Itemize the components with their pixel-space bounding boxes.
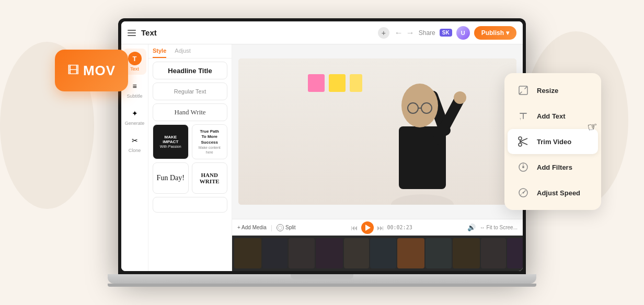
generate-label: Generate [125, 121, 145, 126]
add-button[interactable]: + [378, 27, 389, 39]
filters-label: Add Filters [537, 163, 572, 171]
trim-icon [516, 134, 531, 149]
context-add-filters[interactable]: Add Filters [508, 155, 598, 180]
svg-point-7 [454, 91, 466, 104]
context-add-text[interactable]: T Add Text [508, 103, 598, 128]
timeline-thumb-5 [344, 238, 369, 268]
laptop-notch [291, 274, 353, 279]
truepath-line1: True Path [200, 129, 219, 134]
timeline-thumb-8 [426, 238, 452, 268]
page-title: Text [141, 28, 373, 37]
laptop-foot [108, 284, 536, 287]
back-arrow[interactable]: ← [395, 28, 403, 38]
next-skip-button[interactable]: ⏭ [377, 224, 384, 232]
truepath-line2: To More Success [196, 134, 224, 145]
screen-inner: Text + ← → Share SK U Publish ▾ [121, 21, 523, 271]
trim-label: Trim Video [537, 138, 571, 146]
filters-icon [516, 160, 531, 174]
panel-tabs: Style Adjust [148, 44, 232, 58]
publish-dropdown-arrow: ▾ [506, 29, 509, 37]
context-resize[interactable]: Resize [508, 78, 598, 103]
svg-point-16 [522, 166, 524, 168]
play-controls: ⏮ ⏭ 00:02:23 [300, 221, 463, 234]
impact-line2: With Passion [160, 145, 181, 149]
play-button[interactable] [361, 221, 374, 234]
forward-arrow[interactable]: → [406, 28, 415, 38]
laptop-base [108, 274, 536, 284]
timeline-thumb-2 [262, 238, 288, 268]
tab-adjust[interactable]: Adjust [175, 48, 191, 58]
sticky-note-yellow [329, 74, 346, 92]
canvas-area: + Add Media | ◯ Split ⏮ ⏭ 00:02: [232, 44, 523, 271]
share-label[interactable]: Share [419, 29, 435, 37]
timeline-thumb-3 [289, 238, 315, 268]
timeline-thumb-6 [370, 238, 396, 268]
playback-bar: + Add Media | ◯ Split ⏮ ⏭ 00:02: [232, 219, 523, 236]
prev-skip-button[interactable]: ⏮ [351, 224, 358, 232]
resize-label: Resize [537, 87, 558, 95]
speed-icon [516, 185, 531, 200]
context-trim-video[interactable]: Trim Video [508, 129, 598, 154]
add-media-button[interactable]: + Add Media [237, 225, 267, 230]
generate-icon: ✦ [129, 107, 141, 120]
video-preview [238, 58, 516, 205]
truepath-line3: Make content here [196, 145, 224, 155]
funday-option[interactable]: Fun Day! [153, 162, 189, 194]
timeline[interactable] [232, 236, 523, 271]
cursor-hand-icon: ☞ [586, 119, 599, 134]
publish-button[interactable]: Publish ▾ [474, 26, 516, 40]
truepath-option[interactable]: True Path To More Success Make content h… [192, 124, 228, 159]
blank-option [153, 197, 227, 213]
handwrite2-option[interactable]: HAND WRITE [192, 162, 228, 194]
impact-option[interactable]: MAKE IMPACT With Passion [153, 124, 189, 159]
sticky-notes [308, 74, 362, 92]
svg-point-11 [519, 143, 522, 146]
clone-label: Clone [129, 148, 141, 153]
text-label: Text [130, 66, 139, 72]
video-frame [232, 44, 523, 219]
fit-screen-button[interactable]: ↔ Fit to Scree... [480, 225, 518, 230]
sticky-note-yellow2 [350, 74, 362, 92]
sidebar-item-generate[interactable]: ✦ Generate [123, 104, 146, 129]
tab-style[interactable]: Style [153, 48, 166, 58]
mov-label: MOV [83, 63, 116, 79]
impact-line1: MAKE IMPACT [156, 135, 185, 145]
top-bar: Text + ← → Share SK U Publish ▾ [121, 21, 523, 44]
timeline-thumb-9 [453, 238, 480, 268]
context-adjust-speed[interactable]: Adjust Speed [508, 180, 598, 205]
svg-point-10 [519, 137, 522, 140]
laptop: Text + ← → Share SK U Publish ▾ [118, 18, 526, 287]
svg-point-0 [391, 194, 454, 205]
time-display: 00:02:23 [387, 225, 412, 230]
avatar-image: U [456, 26, 470, 40]
timeline-thumb-10 [481, 238, 506, 268]
subtitle-label: Subtitle [126, 93, 142, 99]
handwrite-option[interactable]: Hand Write [153, 103, 227, 121]
person-figure [370, 58, 475, 205]
context-menu: Resize T Add Text Trim Video [504, 73, 601, 210]
nav-arrows: ← → [395, 28, 415, 38]
timeline-thumb-1 [234, 238, 261, 268]
resize-icon [516, 83, 531, 98]
split-button[interactable]: ◯ Split [277, 224, 295, 231]
text-options-row2: Fun Day! HAND WRITE [153, 162, 227, 194]
sticky-note-pink [308, 74, 325, 92]
sk-badge: SK [440, 29, 452, 37]
regular-option[interactable]: Regular Text [153, 83, 227, 100]
hamburger-menu[interactable] [128, 30, 136, 36]
subtitle-icon: ≡ [129, 80, 141, 92]
text-options-row1: MAKE IMPACT With Passion True Path To Mo… [153, 124, 227, 159]
headline-option[interactable]: Headline Title [153, 62, 227, 79]
text-icon-circle: T [128, 52, 142, 65]
top-bar-right: ← → Share SK U Publish ▾ [395, 26, 516, 40]
add-text-icon: T [516, 109, 531, 123]
avatar: U [456, 26, 470, 40]
speed-label: Adjust Speed [537, 189, 580, 197]
film-icon: 🎞 [67, 64, 79, 77]
main-area: T Text ≡ Subtitle ✦ Generate ✂ Clone [121, 44, 523, 271]
clone-icon: ✂ [129, 134, 141, 147]
sidebar-item-clone[interactable]: ✂ Clone [123, 131, 146, 156]
video-scene [238, 58, 516, 205]
add-text-label: Add Text [537, 112, 566, 120]
volume-button[interactable]: 🔊 [467, 224, 476, 231]
